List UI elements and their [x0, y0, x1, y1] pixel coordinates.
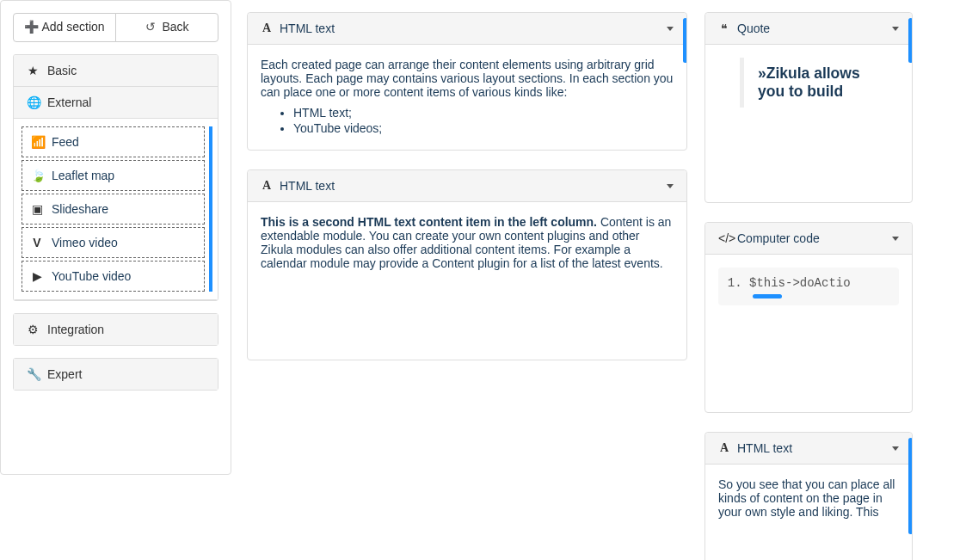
accordion-body-external: 📶 Feed 🍃 Leaflet map ▣ Slideshare V Vime…	[14, 119, 218, 300]
font-icon: A	[261, 179, 273, 193]
scroll-rail[interactable]	[908, 438, 913, 534]
external-item-list: 📶 Feed 🍃 Leaflet map ▣ Slideshare V Vime…	[19, 126, 212, 292]
group-expert-label: Expert	[47, 367, 82, 381]
html2-lead: This is a second HTML text content item …	[261, 215, 597, 229]
sidebar: ➕ Add section ↺ Back ★ Basic 🌐 External …	[0, 0, 231, 475]
rss-icon: 📶	[31, 135, 43, 149]
content-block-title: HTML text	[280, 179, 660, 193]
accordion-group-external[interactable]: 🌐 External	[14, 87, 218, 119]
leaf-icon: 🍃	[31, 169, 43, 182]
content-block-header[interactable]: A HTML text	[248, 170, 686, 202]
group-integration-label: Integration	[47, 323, 104, 336]
accordion-group-integration[interactable]: ⚙ Integration	[14, 314, 218, 345]
palette-item-vimeo-video[interactable]: V Vimeo video	[22, 227, 205, 258]
list-item: HTML text;	[293, 106, 674, 120]
content-block-body: So you see that you can place all kinds …	[705, 465, 912, 532]
content-block-title: HTML text	[737, 441, 885, 455]
palette-item-label: Slideshare	[52, 202, 108, 216]
accordion-group-expert[interactable]: 🔧 Expert	[14, 359, 218, 390]
font-icon: A	[718, 441, 730, 455]
html1-bullet-list: HTML text; YouTube videos;	[261, 106, 674, 135]
content-block-html-1[interactable]: A HTML text Each created page can arrang…	[247, 12, 687, 151]
content-canvas: A HTML text Each created page can arrang…	[247, 0, 966, 560]
font-icon: A	[261, 22, 273, 35]
content-block-header[interactable]: ❝ Quote	[705, 13, 912, 45]
add-section-label: Add section	[41, 19, 104, 36]
slideshare-icon: ▣	[31, 202, 43, 216]
scroll-rail[interactable]	[908, 18, 913, 63]
plus-circle-icon: ➕	[24, 19, 36, 36]
back-label: Back	[162, 19, 188, 36]
caret-down-icon[interactable]	[892, 27, 899, 31]
palette-item-label: YouTube video	[52, 269, 131, 283]
quote-text: »Zikula allows you to build	[740, 58, 899, 108]
content-block-quote[interactable]: ❝ Quote »Zikula allows you to build	[705, 12, 913, 203]
globe-icon: 🌐	[27, 95, 39, 109]
quote-text-inner: »Zikula allows you to build	[758, 65, 860, 100]
back-button[interactable]: ↺ Back	[115, 13, 218, 42]
palette-item-label: Feed	[52, 135, 79, 149]
canvas-column-right: ❝ Quote »Zikula allows you to build </> …	[705, 12, 913, 560]
palette-item-label: Vimeo video	[52, 236, 118, 249]
list-item: YouTube videos;	[293, 121, 674, 135]
content-block-body: »Zikula allows you to build	[705, 45, 912, 181]
cogs-icon: ⚙	[27, 323, 39, 336]
palette-item-slideshare[interactable]: ▣ Slideshare	[22, 194, 205, 225]
accordion-group-integration-wrap: ⚙ Integration	[13, 313, 218, 346]
accordion-group-basic[interactable]: ★ Basic	[14, 55, 218, 87]
content-type-accordion: ★ Basic 🌐 External 📶 Feed 🍃 Leaflet map	[13, 54, 218, 301]
group-basic-label: Basic	[47, 64, 77, 77]
vimeo-icon: V	[31, 236, 43, 249]
caret-down-icon[interactable]	[892, 237, 899, 241]
quote-icon: ❝	[718, 22, 730, 35]
add-section-button[interactable]: ➕ Add section	[13, 13, 116, 42]
content-block-header[interactable]: </> Computer code	[705, 223, 912, 255]
caret-down-icon[interactable]	[667, 27, 674, 31]
code-lines: $this->doActio	[723, 276, 894, 290]
caret-down-icon[interactable]	[667, 184, 674, 188]
undo-icon: ↺	[145, 19, 157, 36]
content-block-body: $this->doActio	[705, 255, 912, 318]
caret-down-icon[interactable]	[892, 446, 899, 451]
content-block-title: Quote	[737, 22, 885, 35]
content-block-html-2[interactable]: A HTML text This is a second HTML text c…	[247, 169, 687, 360]
star-icon: ★	[27, 64, 39, 77]
code-line: $this->doActio	[749, 276, 894, 290]
group-external-label: External	[47, 95, 91, 109]
html1-paragraph: Each created page can arrange their cont…	[261, 58, 673, 99]
content-block-header[interactable]: A HTML text	[705, 433, 912, 465]
content-block-html-3[interactable]: A HTML text So you see that you can plac…	[705, 432, 913, 560]
content-block-title: HTML text	[280, 22, 660, 35]
palette-item-leaflet-map[interactable]: 🍃 Leaflet map	[22, 160, 205, 191]
palette-item-feed[interactable]: 📶 Feed	[22, 126, 205, 157]
sidebar-top-buttons: ➕ Add section ↺ Back	[13, 13, 218, 42]
palette-item-label: Leaflet map	[52, 169, 114, 182]
palette-item-youtube-video[interactable]: ▶ YouTube video	[22, 261, 205, 292]
code-block: $this->doActio	[718, 268, 899, 305]
canvas-column-left: A HTML text Each created page can arrang…	[247, 12, 687, 560]
youtube-icon: ▶	[31, 269, 43, 283]
content-block-code[interactable]: </> Computer code $this->doActio	[705, 222, 913, 413]
wrench-icon: 🔧	[27, 367, 39, 381]
content-block-header[interactable]: A HTML text	[248, 13, 686, 45]
scroll-rail[interactable]	[683, 18, 687, 63]
code-icon: </>	[718, 231, 730, 245]
accordion-group-expert-wrap: 🔧 Expert	[13, 358, 218, 391]
content-block-body: This is a second HTML text content item …	[248, 202, 686, 283]
content-block-body: Each created page can arrange their cont…	[248, 45, 686, 150]
html3-paragraph: So you see that you can place all kinds …	[718, 477, 895, 519]
scroll-thumb[interactable]	[753, 294, 782, 298]
content-block-title: Computer code	[737, 231, 885, 245]
